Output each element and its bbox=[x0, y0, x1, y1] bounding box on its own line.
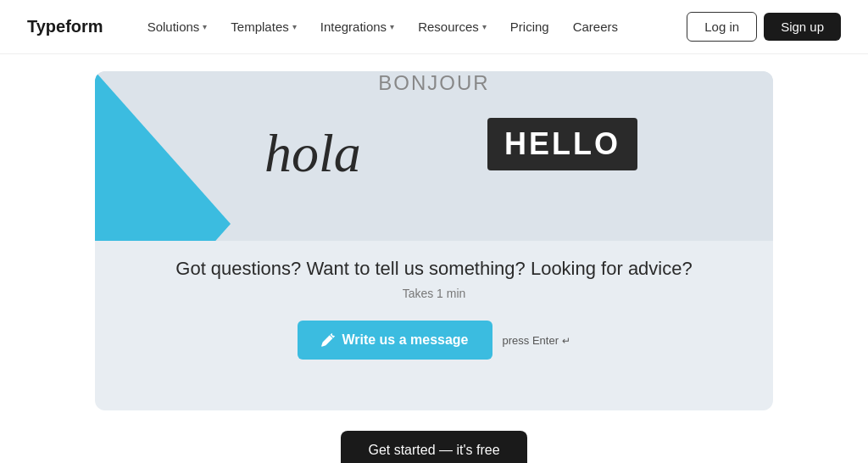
chevron-down-icon: ▾ bbox=[203, 22, 207, 31]
card-image-area: Bonjour hola HELLO bbox=[95, 71, 773, 241]
bonjour-text: Bonjour bbox=[378, 71, 489, 95]
hola-text: hola bbox=[264, 122, 361, 185]
careers-label: Careers bbox=[573, 20, 618, 34]
write-message-label: Write us a message bbox=[342, 332, 468, 348]
card-cta-row: Write us a message press Enter ↵ bbox=[298, 321, 570, 360]
pencil-icon bbox=[321, 333, 335, 347]
pricing-label: Pricing bbox=[510, 20, 549, 34]
integrations-label: Integrations bbox=[320, 20, 387, 34]
write-message-button[interactable]: Write us a message bbox=[298, 321, 492, 360]
nav-templates[interactable]: Templates ▾ bbox=[220, 13, 306, 41]
chevron-down-icon: ▾ bbox=[390, 22, 394, 31]
blue-triangle-decoration bbox=[95, 71, 231, 241]
solutions-label: Solutions bbox=[147, 20, 200, 34]
nav-pricing[interactable]: Pricing bbox=[500, 13, 559, 41]
nav-actions: Log in Sign up bbox=[687, 12, 841, 42]
bottom-cta-area: Get started — it's free bbox=[341, 431, 526, 463]
hello-badge: HELLO bbox=[487, 118, 637, 170]
get-started-button[interactable]: Get started — it's free bbox=[341, 431, 526, 463]
nav-integrations[interactable]: Integrations ▾ bbox=[310, 13, 404, 41]
logo[interactable]: Typeform bbox=[27, 17, 103, 36]
nav-resources[interactable]: Resources ▾ bbox=[408, 13, 497, 41]
card-text-content: Got questions? Want to tell us something… bbox=[175, 258, 692, 360]
enter-symbol: ↵ bbox=[562, 335, 570, 347]
login-button[interactable]: Log in bbox=[687, 12, 757, 42]
nav-careers[interactable]: Careers bbox=[563, 13, 628, 41]
nav-links: Solutions ▾ Templates ▾ Integrations ▾ R… bbox=[137, 13, 687, 41]
navbar: Typeform Solutions ▾ Templates ▾ Integra… bbox=[0, 0, 868, 54]
resources-label: Resources bbox=[418, 20, 479, 34]
card-headline: Got questions? Want to tell us something… bbox=[175, 258, 692, 280]
signup-button[interactable]: Sign up bbox=[764, 13, 841, 41]
chevron-down-icon: ▾ bbox=[482, 22, 487, 31]
press-label: press Enter bbox=[503, 334, 559, 347]
nav-solutions[interactable]: Solutions ▾ bbox=[137, 13, 218, 41]
main-content: Bonjour hola HELLO Got questions? Want t… bbox=[0, 54, 868, 463]
card-subtext: Takes 1 min bbox=[403, 287, 466, 300]
press-enter-hint: press Enter ↵ bbox=[503, 334, 570, 347]
templates-label: Templates bbox=[231, 20, 288, 34]
chevron-down-icon: ▾ bbox=[292, 22, 297, 31]
contact-card: Bonjour hola HELLO Got questions? Want t… bbox=[95, 71, 773, 410]
